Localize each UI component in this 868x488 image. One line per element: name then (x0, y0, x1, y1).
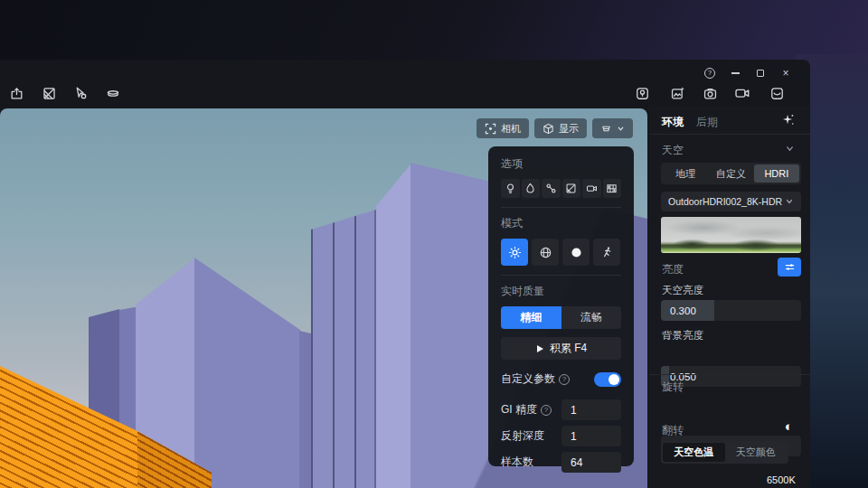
reflection-depth-input[interactable]: 1 (561, 426, 621, 446)
link-node-icon[interactable] (542, 179, 561, 198)
asset-box-icon[interactable] (769, 85, 785, 101)
select-cursor-icon[interactable] (72, 85, 89, 101)
sky-brightness-label: 天空亮度 (662, 284, 703, 297)
perspective-view-icon (600, 123, 612, 135)
geo-location-icon[interactable] (634, 85, 650, 101)
sky-section-title: 天空 (662, 143, 684, 158)
tab-custom[interactable]: 自定义 (708, 164, 753, 183)
sky-type-tabs: 地理 自定义 HDRI (661, 163, 801, 184)
bg-brightness-label: 背景亮度 (662, 329, 703, 343)
camera-button-label: 相机 (501, 122, 521, 136)
building-center-right-face (194, 258, 300, 488)
camera-focus-icon (485, 123, 496, 135)
tab-environment[interactable]: 环境 (662, 115, 684, 130)
titlebar: ? × (0, 60, 810, 108)
quality-section-title: 实时质量 (501, 284, 621, 299)
sky-brightness-slider[interactable]: 0.300 (661, 300, 801, 321)
close-button[interactable]: × (778, 67, 794, 80)
mode-section-title: 模式 (501, 216, 621, 231)
app-window: ? × (0, 60, 810, 488)
play-icon (535, 344, 544, 353)
hdri-name: OutdoorHDRI002_8K-HDR (668, 196, 785, 207)
sidebar-divider (649, 134, 810, 135)
brightness-advanced-button[interactable] (778, 258, 801, 277)
accumulate-label: 积累 F4 (550, 341, 587, 356)
flip-toggle-icon[interactable]: ◐ (785, 418, 793, 434)
gi-precision-input[interactable]: 1 (561, 399, 621, 420)
sphere-mode-icon[interactable] (562, 239, 590, 266)
sun-mode-icon[interactable] (501, 239, 528, 266)
toggle-knob (609, 374, 619, 385)
display-button-label: 显示 (559, 122, 579, 136)
custom-params-toggle[interactable] (594, 372, 621, 387)
flip-label: 翻转 (662, 423, 684, 438)
render-settings-panel: 选项 (488, 146, 634, 466)
quality-fine-tab[interactable]: 精细 (501, 306, 561, 329)
chevron-down-icon[interactable] (785, 144, 795, 154)
material-icon[interactable] (41, 85, 57, 101)
building-right-strip-seams (311, 202, 376, 488)
sky-brightness-value: 0.300 (670, 300, 696, 321)
walk-mode-icon[interactable] (593, 239, 620, 266)
sky-color-tabs: 天空色温 天空颜色 (661, 441, 788, 464)
reflection-depth-label: 反射深度 (501, 428, 544, 444)
temperature-value: 6500K (767, 474, 796, 485)
channel-grid-icon[interactable] (603, 179, 622, 198)
chevron-down-icon (785, 197, 794, 206)
tab-sky-temperature[interactable]: 天空色温 (663, 443, 725, 462)
viewport-toolbar: 相机 显示 (476, 118, 633, 138)
sample-count-input[interactable]: 64 (561, 452, 621, 473)
gi-precision-label: GI 精度 (501, 402, 537, 418)
viewport-3d[interactable]: 相机 显示 选项 (0, 108, 647, 488)
sidebar-divider (649, 374, 810, 375)
rotation-label: 旋转 (662, 380, 684, 395)
globe-mode-icon[interactable] (532, 239, 559, 266)
sliders-icon (784, 261, 796, 273)
ai-sparkle-icon[interactable] (781, 113, 795, 127)
help-icon[interactable]: ? (559, 374, 570, 385)
help-icon: ? (704, 68, 715, 79)
hdri-preview-image[interactable] (661, 217, 801, 253)
mode-button-row (501, 239, 621, 266)
light-icon[interactable] (501, 179, 520, 198)
gi-precision-label-group: GI 精度 ? (501, 402, 552, 418)
photo-camera-icon[interactable] (702, 85, 718, 101)
render-image-icon[interactable] (669, 85, 685, 101)
display-settings-button[interactable]: 显示 (534, 118, 587, 138)
quality-smooth-tab[interactable]: 流畅 (561, 306, 622, 329)
maximize-icon (757, 70, 764, 77)
video-camera-icon[interactable] (734, 85, 750, 101)
tab-hdri[interactable]: HDRI (754, 164, 799, 183)
tab-post-processing[interactable]: 后期 (696, 115, 718, 130)
maximize-button[interactable] (752, 67, 769, 80)
view-mode-button[interactable] (592, 118, 633, 138)
sample-count-label: 样本数 (501, 455, 533, 470)
hdri-select-dropdown[interactable]: OutdoorHDRI002_8K-HDR (661, 192, 801, 211)
panel-divider (501, 275, 621, 276)
custom-params-label: 自定义参数 (501, 371, 555, 387)
brightness-section-title: 亮度 (662, 262, 684, 277)
options-icon-row (501, 179, 621, 198)
building-right-edge-face (376, 164, 410, 488)
cube-icon (542, 123, 554, 135)
minimize-icon (731, 72, 740, 73)
material-icon[interactable] (562, 179, 581, 198)
camera-settings-button[interactable]: 相机 (476, 118, 529, 138)
quality-segmented-control: 精细 流畅 (501, 306, 621, 329)
help-icon[interactable]: ? (541, 405, 552, 416)
chevron-down-icon (617, 125, 625, 133)
close-icon: × (782, 69, 788, 78)
environment-sidebar: 环境 后期 天空 地理 自定义 HDRI OutdoorHDRI002_8K-H… (649, 107, 810, 488)
custom-params-label-group: 自定义参数 ? (501, 371, 570, 387)
camera-path-icon[interactable] (582, 179, 601, 198)
layers-icon[interactable] (105, 85, 121, 101)
accumulate-button[interactable]: 积累 F4 (501, 337, 621, 360)
import-model-icon[interactable] (8, 85, 24, 101)
tab-geographic[interactable]: 地理 (663, 164, 708, 183)
panel-divider (501, 207, 621, 208)
flame-icon[interactable] (522, 179, 541, 198)
minimize-button[interactable] (727, 67, 743, 80)
help-button[interactable]: ? (702, 67, 718, 80)
tab-sky-color[interactable]: 天空颜色 (725, 443, 788, 462)
options-section-title: 选项 (501, 156, 621, 172)
